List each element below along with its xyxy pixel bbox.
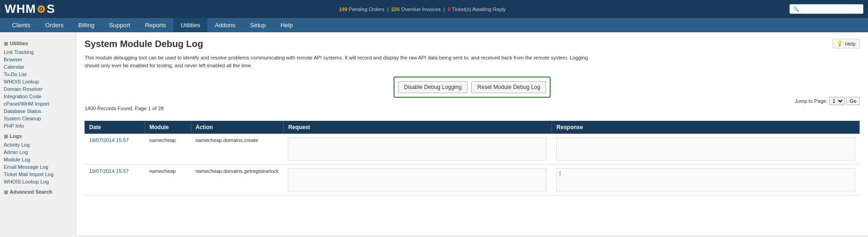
request-content-1[interactable] [288,137,547,160]
date-link-2[interactable]: 19/07/2014 15:57 [89,168,129,174]
sidebar-link-calendar[interactable]: Calendar [4,63,72,71]
search-input[interactable] [801,6,865,12]
cell-request-1 [283,134,552,165]
bulb-icon: 💡 [837,41,843,47]
nav-item-utilities[interactable]: Utilities [173,18,207,32]
sidebar-link-database[interactable]: Database Status [4,107,72,115]
nav-item-billing[interactable]: Billing [71,18,102,32]
data-table: Date Module Action Request Response 19/0… [85,121,860,196]
nav-item-help[interactable]: Help [273,18,300,32]
help-button[interactable]: 💡 Help [832,39,860,48]
col-request: Request [283,121,552,134]
sidebar-logs-section: Logs Activity Log Admin Log Module Log E… [4,133,72,185]
records-row: 1400 Records Found, Page 1 of 28 Jump to… [85,105,860,112]
action-buttons-container: Disable Debug Logging Reset Module Debug… [394,77,551,98]
tickets-label: Ticket(s) Awaiting Reply [452,6,506,12]
logo-gear: ⚙ [36,4,46,15]
sidebar-utilities-section: Utilities Link Tracking Browser Calendar… [4,41,72,130]
sidebar: Utilities Link Tracking Browser Calendar… [0,32,76,235]
reset-debug-button[interactable]: Reset Module Debug Log [471,81,546,93]
overdue-invoices-label: Overdue Invoices [401,6,441,12]
sidebar-link-domain-resolver[interactable]: Domain Resolver [4,85,72,93]
sidebar-advanced-title: Advanced Search [4,189,72,195]
col-response: Response [552,121,859,134]
top-bar: WHM⚙S 149 Pending Orders | 226 Overdue I… [0,0,868,18]
cell-date-2[interactable]: 19/07/2014 15:57 [85,165,145,196]
records-info: 1400 Records Found, Page 1 of 28 [85,106,164,111]
page-title: System Module Debug Log [85,39,203,49]
date-link-1[interactable]: 19/07/2014 15:57 [89,137,129,143]
table-row: 19/07/2014 15:57 namecheap namecheap.dom… [85,134,860,165]
nav-item-clients[interactable]: Clients [5,18,38,32]
sidebar-link-email-log[interactable]: Email Message Log [4,163,72,171]
sidebar-link-activity-log[interactable]: Activity Log [4,141,72,148]
search-box[interactable]: 🔍 [789,4,863,14]
cell-date-1[interactable]: 19/07/2014 15:57 [85,134,145,165]
response-content-2[interactable]: | [556,168,855,191]
cell-response-2: | [552,165,859,196]
jump-label: Jump to Page: [795,98,827,104]
request-content-2[interactable] [288,168,547,191]
sidebar-link-module-log[interactable]: Module Log [4,156,72,163]
logo-text: WHM⚙S [5,2,55,16]
sidebar-link-tracking[interactable]: Link Tracking [4,48,72,56]
nav-item-setup[interactable]: Setup [243,18,273,32]
sidebar-link-php[interactable]: PHP Info [4,122,72,130]
nav-bar: Clients Orders Billing Support Reports U… [0,18,868,32]
sidebar-link-admin-log[interactable]: Admin Log [4,148,72,156]
jump-to-page: Jump to Page: 1 2 3 Go [795,97,860,105]
nav-item-addons[interactable]: Addons [207,18,243,32]
col-action: Action [191,121,283,134]
sidebar-link-browser[interactable]: Browser [4,56,72,63]
sidebar-logs-title: Logs [4,133,72,139]
table-header-row: Date Module Action Request Response [85,121,860,134]
cell-action-2: namecheap.domains.getregistrarlock [191,165,283,196]
sidebar-link-cpanel[interactable]: cPanel/WHM Import [4,100,72,107]
overdue-invoices-count: 226 [391,6,400,12]
cell-action-1: namecheap.domains.create [191,134,283,165]
cell-response-1 [552,134,859,165]
tickets-count: 0 [448,6,450,12]
cell-module-2: namecheap [145,165,191,196]
cell-module-1: namecheap [145,134,191,165]
pending-orders-count: 149 [339,6,347,12]
col-date: Date [85,121,145,134]
page-title-row: System Module Debug Log 💡 Help [85,39,860,49]
pending-orders-label: Pending Orders [349,6,384,12]
description-text: This module debugging tool can be used t… [85,54,593,69]
table-body: 19/07/2014 15:57 namecheap namecheap.dom… [85,134,860,196]
jump-page-select[interactable]: 1 2 3 [829,97,844,105]
search-icon: 🔍 [793,6,799,12]
nav-item-support[interactable]: Support [102,18,138,32]
sidebar-link-whois-log[interactable]: WHOIS Lookup Log [4,178,72,185]
help-label: Help [845,41,856,47]
nav-item-reports[interactable]: Reports [138,18,174,32]
response-content-1[interactable] [556,137,855,160]
sidebar-link-cleanup[interactable]: System Cleanup [4,115,72,122]
sidebar-link-todo[interactable]: To-Do List [4,71,72,78]
sidebar-link-ticket-mail[interactable]: Ticket Mail Import Log [4,171,72,178]
go-button[interactable]: Go [846,97,860,105]
disable-debug-button[interactable]: Disable Debug Logging [398,81,468,93]
nav-item-orders[interactable]: Orders [38,18,71,32]
col-module: Module [145,121,191,134]
sidebar-advanced-section: Advanced Search [4,189,72,195]
sidebar-utilities-title: Utilities [4,41,72,46]
pending-info: 149 Pending Orders | 226 Overdue Invoice… [55,6,789,12]
sidebar-link-integration[interactable]: Integration Code [4,93,72,100]
main-layout: Utilities Link Tracking Browser Calendar… [0,32,868,235]
sidebar-link-whois[interactable]: WHOIS Lookup [4,78,72,85]
logo-area: WHM⚙S [5,2,55,16]
table-row: 19/07/2014 15:57 namecheap namecheap.dom… [85,165,860,196]
content-area: System Module Debug Log 💡 Help This modu… [76,32,868,235]
cell-request-2 [283,165,552,196]
